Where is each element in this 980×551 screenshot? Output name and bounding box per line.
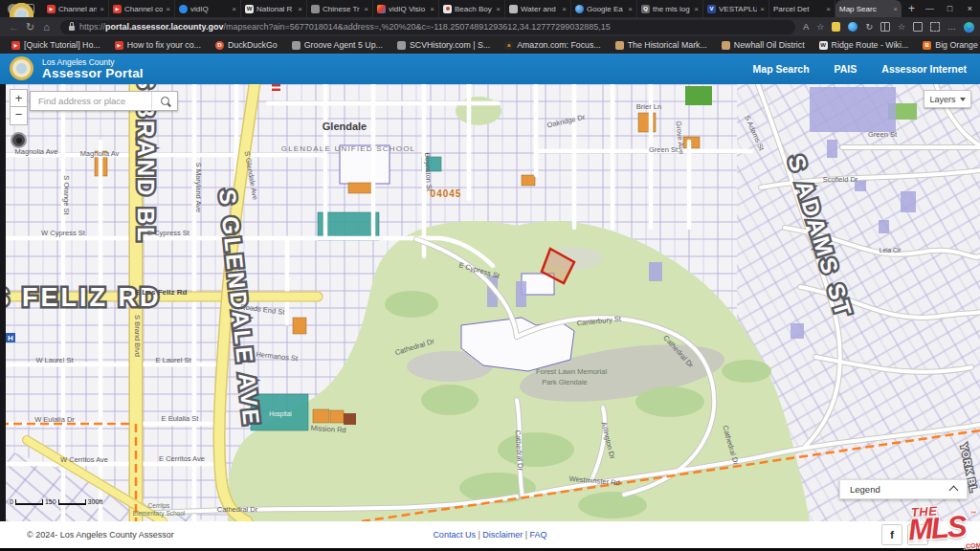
- la-county-seal-icon: [10, 56, 33, 80]
- legend-panel[interactable]: Legend: [839, 479, 968, 499]
- bookmark-item[interactable]: SCVHistory.com | S...: [397, 40, 490, 50]
- tab-close-icon[interactable]: ×: [364, 5, 368, 13]
- vlogo-favicon-icon: V: [707, 5, 716, 13]
- copilot-icon[interactable]: [848, 22, 858, 32]
- browser-tab[interactable]: Beach Boy×: [439, 0, 505, 17]
- close-button[interactable]: ×: [960, 0, 980, 17]
- search-icon: [161, 97, 169, 105]
- tab-close-icon[interactable]: ×: [100, 5, 104, 13]
- ddg-favicon-icon: D: [215, 41, 224, 50]
- refresh-icon[interactable]: ↻: [22, 21, 38, 33]
- split-screen-icon[interactable]: [880, 22, 890, 32]
- tab-title: VESTAPLU: [719, 5, 757, 13]
- search-button[interactable]: [151, 92, 177, 110]
- tab-close-icon[interactable]: ×: [496, 5, 501, 13]
- yt-favicon-icon: [113, 5, 122, 13]
- bookmark-item[interactable]: DDuckDuckGo: [215, 40, 278, 50]
- bookmark-item[interactable]: How to fix your co...: [115, 40, 201, 50]
- map-canvas[interactable]: H S BRAND BLS GLENDALE AVEOS FELIZ RDS A…: [0, 84, 980, 521]
- map-label: Cathedral Dr: [217, 505, 258, 514]
- edge-copilot-icon[interactable]: [964, 22, 974, 33]
- home-icon[interactable]: ⌂: [38, 21, 55, 33]
- tab-close-icon[interactable]: ×: [694, 5, 699, 13]
- browser-tab[interactable]: Qthe mls log×: [637, 0, 703, 17]
- bookmark-item[interactable]: BBig Orange Landma...: [923, 40, 980, 50]
- url-bar[interactable]: https://portal.assessor.lacounty.gov/map…: [60, 20, 795, 34]
- tan-favicon-icon: [722, 41, 730, 50]
- refresh-alt-icon[interactable]: ↻: [865, 17, 873, 36]
- map-label: E Los Feliz Rd: [135, 288, 188, 297]
- map-label: E Cypress St: [147, 229, 190, 237]
- browser-tab[interactable]: vidIQ×: [175, 0, 241, 17]
- tab-close-icon[interactable]: ×: [166, 5, 170, 13]
- bookmark-item[interactable]: The Historical Mark...: [615, 40, 707, 50]
- doc-favicon-icon: [311, 5, 320, 13]
- favorites-icon[interactable]: ☆: [898, 17, 905, 36]
- web-capture-icon[interactable]: [930, 22, 940, 32]
- zoom-out-button[interactable]: −: [10, 107, 28, 125]
- map-label: Glendale: [323, 121, 367, 132]
- browser-tab[interactable]: Chinese Tr×: [307, 0, 373, 17]
- browser-tab[interactable]: VVESTAPLU×: [703, 0, 769, 17]
- tab-close-icon[interactable]: ×: [826, 5, 831, 13]
- map-label: W Laurel St: [35, 356, 74, 364]
- tab-close-icon[interactable]: ×: [430, 5, 434, 13]
- layers-button[interactable]: Layers: [924, 90, 971, 108]
- browser-tab[interactable]: Google Ea×: [571, 0, 637, 17]
- footer-link-contact-us[interactable]: Contact Us: [433, 530, 476, 540]
- onenote-feed-icon[interactable]: [832, 22, 840, 32]
- map-label: Magnolia Ave: [15, 147, 58, 156]
- locate-button[interactable]: [11, 132, 27, 148]
- map-label: Forest Lawn Memorial: [536, 367, 608, 376]
- bookmark-title: SCVHistory.com | S...: [410, 40, 490, 50]
- map-label: W Cerritos Ave: [60, 455, 108, 464]
- browser-tab[interactable]: Channel co×: [109, 0, 175, 17]
- tab-close-icon[interactable]: ×: [298, 5, 302, 13]
- bookmark-item[interactable]: aAmazon.com: Focus...: [504, 40, 601, 50]
- tab-close-icon[interactable]: ×: [232, 5, 236, 13]
- share-button[interactable]: [907, 524, 928, 545]
- facebook-button[interactable]: f: [881, 524, 902, 545]
- browser-tab[interactable]: Channel an×: [43, 0, 109, 17]
- tab-close-icon[interactable]: ×: [893, 5, 898, 13]
- tab-title: vidIQ Visio: [389, 5, 427, 13]
- reader-mode-icon[interactable]: A: [803, 17, 809, 36]
- yt-favicon-icon: [47, 5, 56, 13]
- back-icon[interactable]: ←: [6, 21, 22, 33]
- header-nav-assessor-internet[interactable]: Assessor Internet: [881, 63, 967, 75]
- map-label: Brier Ln: [636, 102, 661, 111]
- page-title: Assessor Portal: [42, 66, 144, 80]
- maximize-button[interactable]: □: [940, 0, 960, 17]
- header-nav-pais[interactable]: PAIS: [835, 63, 858, 75]
- zoom-in-button[interactable]: +: [10, 89, 28, 107]
- minimize-button[interactable]: —: [920, 0, 940, 17]
- browser-tab[interactable]: vidIQ Visio×: [373, 0, 439, 17]
- tab-close-icon[interactable]: ×: [562, 5, 567, 13]
- tab-close-icon[interactable]: ×: [760, 5, 765, 13]
- search-input[interactable]: [31, 92, 151, 110]
- tab-close-icon[interactable]: ×: [628, 5, 633, 13]
- tab-title: Map Searc: [839, 5, 890, 13]
- amazon-favicon-icon: a: [504, 41, 513, 50]
- footer-link-faq[interactable]: FAQ: [530, 530, 547, 540]
- browser-toolbar: ←↻⌂ https://portal.assessor.lacounty.gov…: [0, 17, 980, 36]
- more-options-icon[interactable]: …: [947, 17, 956, 36]
- browser-tab[interactable]: WNational R×: [241, 0, 307, 17]
- collections-icon[interactable]: [913, 22, 923, 32]
- bookmark-item[interactable]: WRidge Route - Wiki...: [819, 40, 909, 50]
- browser-tab[interactable]: Map Searc×: [835, 0, 902, 17]
- bookmark-item[interactable]: Groove Agent 5 Up...: [292, 40, 383, 50]
- footer-link-disclaimer[interactable]: Disclaimer: [482, 530, 523, 540]
- bookmark-item[interactable]: [Quick Tutorial] Ho...: [11, 40, 100, 50]
- header-nav-map-search[interactable]: Map Search: [753, 63, 810, 75]
- tab-title: Parcel Det: [773, 5, 823, 13]
- map-label: Park Glendale: [542, 378, 588, 386]
- new-tab-button[interactable]: +: [908, 0, 915, 17]
- tab-title: Google Ea: [587, 5, 625, 13]
- vidiq-favicon-icon: [179, 5, 188, 13]
- bookmark-item[interactable]: Newhall Oil District: [722, 40, 805, 50]
- favorite-star-icon[interactable]: ☆: [816, 17, 824, 36]
- browser-tab[interactable]: Water and×: [505, 0, 571, 17]
- chevron-down-icon: [960, 98, 966, 101]
- browser-tab[interactable]: Parcel Det×: [769, 0, 835, 17]
